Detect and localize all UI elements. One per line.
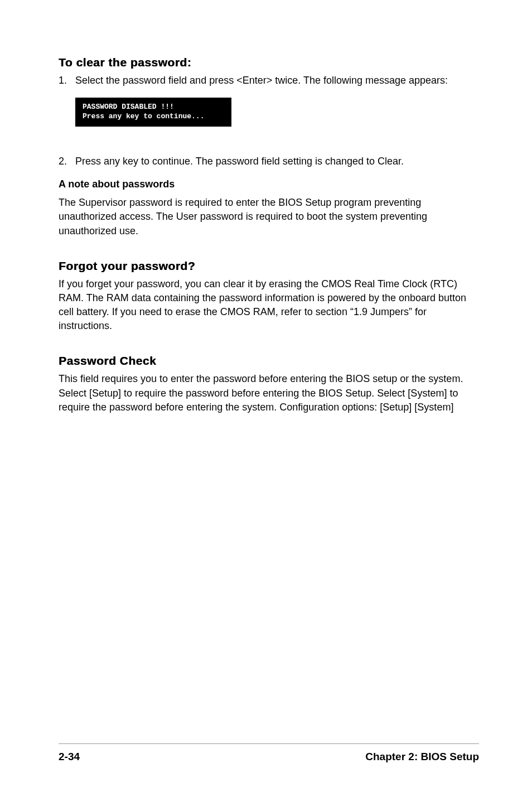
password-disabled-message-box: PASSWORD DISABLED !!! Press any key to c… bbox=[75, 98, 231, 127]
password-check-heading: Password Check bbox=[59, 354, 479, 368]
password-check-section: Password Check This field requires you t… bbox=[59, 354, 479, 414]
forgot-password-text: If you forget your password, you can cle… bbox=[59, 277, 479, 334]
step-2-text: Press any key to continue. The password … bbox=[75, 154, 479, 168]
step-1-number: 1. bbox=[59, 74, 75, 88]
note-text: The Supervisor password is required to e… bbox=[59, 196, 479, 238]
forgot-password-section: Forgot your password? If you forget your… bbox=[59, 259, 479, 334]
step-2: 2. Press any key to continue. The passwo… bbox=[59, 154, 479, 168]
step-1: 1. Select the password field and press <… bbox=[59, 74, 479, 88]
code-line-2: Press any key to continue... bbox=[83, 112, 224, 122]
footer-divider bbox=[59, 743, 479, 744]
page-number: 2-34 bbox=[59, 751, 80, 763]
page-footer: 2-34 Chapter 2: BIOS Setup bbox=[59, 743, 479, 763]
clear-password-heading: To clear the password: bbox=[59, 56, 479, 69]
chapter-title: Chapter 2: BIOS Setup bbox=[365, 751, 479, 763]
clear-password-section: To clear the password: 1. Select the pas… bbox=[59, 56, 479, 238]
code-line-1: PASSWORD DISABLED !!! bbox=[83, 103, 224, 112]
password-check-text: This field requires you to enter the pas… bbox=[59, 372, 479, 414]
step-2-number: 2. bbox=[59, 154, 75, 168]
forgot-password-heading: Forgot your password? bbox=[59, 259, 479, 273]
step-1-text: Select the password field and press <Ent… bbox=[75, 74, 479, 88]
note-heading: A note about passwords bbox=[59, 178, 479, 190]
